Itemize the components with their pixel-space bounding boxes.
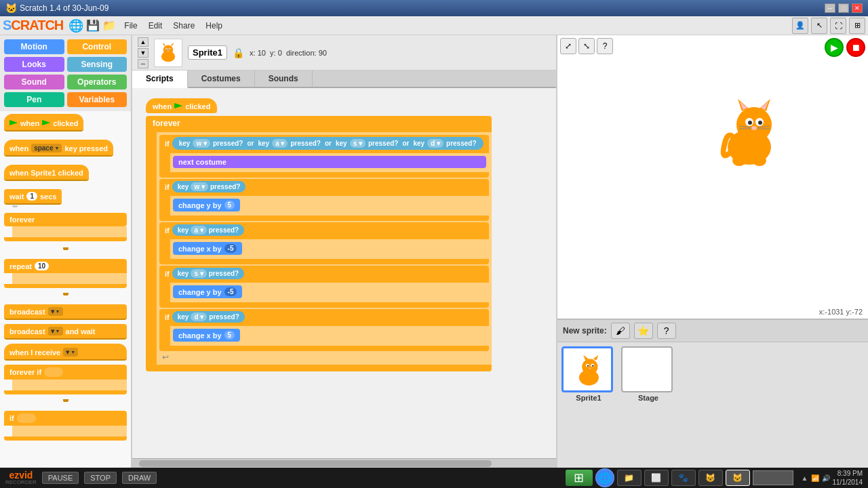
- scroll-thumb[interactable]: [139, 460, 492, 467]
- titlebar: 🐱 Scratch 1.4 of 30-Jun-09 ─ □ ✕: [0, 0, 868, 16]
- left-panel: Motion Control Looks Sensing Sound Opera…: [0, 35, 132, 468]
- taskbar-minecraft[interactable]: ⬜: [644, 470, 669, 486]
- sprite-name-input[interactable]: Sprite1: [188, 45, 227, 60]
- scratch-logo: SCRATCH: [3, 18, 63, 33]
- menu-share[interactable]: Share: [167, 18, 200, 33]
- cat-motion[interactable]: Motion: [4, 39, 64, 54]
- sprite-item-stage[interactable]: Stage: [621, 346, 675, 402]
- cat-sound[interactable]: Sound: [4, 75, 64, 89]
- sprite-item-sprite1[interactable]: Sprite1: [561, 346, 616, 402]
- block-when-flag-clicked[interactable]: when clicked: [4, 114, 83, 131]
- taskbar-app4[interactable]: 🐾: [671, 470, 696, 486]
- stage-canvas: [557, 35, 868, 319]
- stop-ezvid-button[interactable]: STOP: [84, 472, 117, 484]
- block-next-costume[interactable]: next costume: [173, 156, 486, 168]
- taskbar-app5[interactable]: 😺: [698, 470, 723, 486]
- help-sprite-btn[interactable]: ?: [657, 323, 676, 339]
- minimize-button[interactable]: ─: [825, 3, 835, 13]
- sprite1-thumb: [561, 346, 613, 392]
- block-broadcast[interactable]: broadcast ▾: [4, 304, 127, 320]
- block-change-y-5[interactable]: change y by 5: [173, 199, 240, 211]
- cat-variables[interactable]: Variables: [67, 92, 127, 107]
- sprite-coords: x: 10 y: 0 direction: 90: [250, 49, 327, 57]
- if-all-keys: if key w ▾ pressed? or key a ▾ pressed?: [159, 135, 489, 178]
- cond-key-w: key w ▾ pressed?: [172, 181, 246, 192]
- svg-point-19: [753, 155, 766, 166]
- cat-control[interactable]: Control: [67, 39, 127, 54]
- sprite-shrink-btn[interactable]: ─: [138, 59, 149, 68]
- svg-point-12: [758, 121, 762, 125]
- sprite1-image: [567, 350, 608, 389]
- share-icon[interactable]: ⊞: [849, 18, 865, 34]
- cat-operators[interactable]: Operators: [67, 75, 127, 89]
- menu-help[interactable]: Help: [200, 18, 228, 33]
- tab-scripts[interactable]: Scripts: [132, 70, 188, 88]
- block-when-key-pressed[interactable]: when space key pressed: [4, 140, 113, 157]
- windows-start[interactable]: ⊞: [566, 470, 593, 486]
- sprite-header: ▲ ▼ ─ Sprite1 🔒: [132, 35, 556, 70]
- maximize-button[interactable]: □: [838, 3, 849, 13]
- categories: Motion Control Looks Sensing Sound Opera…: [0, 35, 131, 111]
- block-when-receive[interactable]: when I receive ▾: [4, 344, 127, 361]
- block-change-x-5[interactable]: change x by 5: [173, 329, 240, 342]
- help-icon[interactable]: ?: [597, 38, 613, 54]
- taskbar-chrome[interactable]: 🌐: [595, 468, 614, 487]
- paint-sprite-btn[interactable]: 🖌: [611, 323, 630, 339]
- stage-area: ▶ ⏹ ⤢ ⤡ ? x:-1031 y:-72: [557, 35, 868, 319]
- svg-point-6: [167, 50, 170, 51]
- sprite-collapse-btn[interactable]: ▼: [138, 48, 149, 58]
- person-icon[interactable]: 👤: [792, 18, 808, 34]
- svg-point-8: [736, 107, 772, 142]
- block-forever-if[interactable]: forever if: [4, 365, 127, 380]
- tabs: Scripts Costumes Sounds: [132, 70, 556, 88]
- horizontal-scrollbar[interactable]: [132, 458, 556, 468]
- expand-icon[interactable]: ⤢: [560, 38, 576, 54]
- cat-pen[interactable]: Pen: [4, 92, 64, 107]
- block-when-sprite-clicked[interactable]: when Sprite1 clicked: [4, 165, 89, 181]
- globe-icon[interactable]: 🌐: [68, 18, 83, 33]
- stop-button[interactable]: ⏹: [846, 38, 865, 57]
- pause-button[interactable]: PAUSE: [42, 472, 79, 484]
- taskbar-folder[interactable]: 📁: [617, 470, 642, 486]
- menu-file[interactable]: File: [119, 18, 142, 33]
- folder-icon[interactable]: 📁: [102, 19, 116, 32]
- save-icon[interactable]: 💾: [86, 19, 100, 32]
- taskbar-app-wide[interactable]: [753, 470, 793, 485]
- star-sprite-btn[interactable]: ⭐: [634, 323, 653, 339]
- draw-button[interactable]: DRAW: [122, 472, 157, 484]
- right-panel: ▶ ⏹ ⤢ ⤡ ? x:-1031 y:-72 New sprite: 🖌 ⭐ …: [556, 35, 868, 468]
- block-forever[interactable]: forever: [4, 213, 127, 226]
- svg-point-13: [751, 126, 757, 130]
- block-when-flag-clicked-script[interactable]: when clicked: [146, 98, 217, 113]
- svg-point-11: [748, 121, 752, 125]
- block-broadcast-wait[interactable]: broadcast ▾ and wait: [4, 324, 127, 340]
- bottombar: ezvid RECORDER PAUSE STOP DRAW ⊞ 🌐 📁 ⬜ 🐾…: [0, 468, 868, 488]
- tab-costumes[interactable]: Costumes: [188, 70, 255, 87]
- taskbar-scratch-active[interactable]: 🐱: [726, 470, 750, 486]
- cat-sensing[interactable]: Sensing: [67, 57, 127, 72]
- block-repeat[interactable]: repeat 10: [4, 259, 127, 273]
- condition-all-keys: key w ▾ pressed? or key a ▾ pressed? or: [172, 137, 484, 150]
- shrink-icon[interactable]: ⤡: [578, 38, 595, 54]
- block-if[interactable]: if: [4, 411, 127, 426]
- block-change-y-neg5[interactable]: change y by -5: [173, 285, 242, 298]
- sprites-list: Sprite1 Stage: [557, 342, 868, 406]
- cursor-icon[interactable]: ↖: [811, 18, 827, 34]
- scripts-area[interactable]: when clicked forever if: [132, 88, 556, 458]
- sprite-thumb-image: [156, 41, 180, 65]
- sprite-thumbnail: [154, 39, 182, 67]
- window-icon: 🐱 Scratch 1.4 of 30-Jun-09: [5, 3, 108, 14]
- svg-point-25: [592, 365, 593, 366]
- forever-wrapper: forever if key w ▾ pressed?: [146, 116, 492, 371]
- green-flag-button[interactable]: ▶: [825, 38, 844, 57]
- svg-point-1: [163, 45, 173, 54]
- tab-sounds[interactable]: Sounds: [255, 70, 313, 87]
- if-key-a: if key a ▾ pressed?: [159, 222, 489, 264]
- sprite-expand-btn[interactable]: ▲: [138, 37, 149, 47]
- menu-edit[interactable]: Edit: [143, 18, 168, 33]
- block-wait[interactable]: wait 1 secs: [4, 189, 62, 205]
- fullscreen-icon[interactable]: ⛶: [830, 18, 846, 34]
- block-change-x-neg5[interactable]: change x by -5: [173, 242, 242, 255]
- cat-looks[interactable]: Looks: [4, 57, 64, 72]
- close-button[interactable]: ✕: [852, 3, 863, 13]
